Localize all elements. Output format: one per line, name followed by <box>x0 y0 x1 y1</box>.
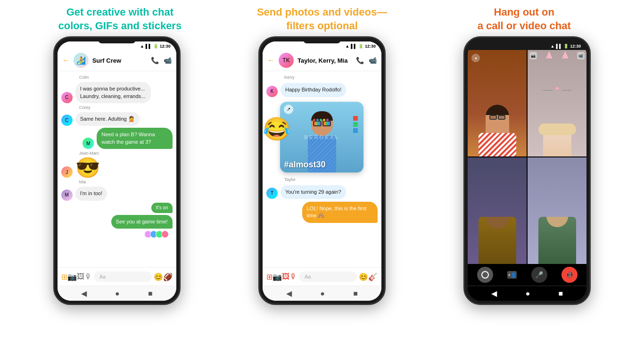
person1-head <box>486 105 509 133</box>
sender-taylor: Taylor <box>284 177 378 182</box>
video-cell-2: 📷 📹 <box>528 50 586 156</box>
grid-icon[interactable]: ⊞ <box>61 272 67 281</box>
phone2-wrapper: ▲ ▌▌ 🔋 12:30 ← TK Taylor, Kerry, Mia 📞 📹 <box>219 36 424 305</box>
sender-jm: Jean-Marc <box>79 151 173 156</box>
msg-corey: Same here. Adulting 🤦 <box>75 112 140 126</box>
phones-row: ▲ ▌▌ 🔋 12:30 ← 🏄 Surf Crew 📞 📹 <box>0 36 644 362</box>
circle-btn[interactable] <box>477 267 493 283</box>
phone2-bottom-bar: ⊞ 📷 🖼 🎙 Aa 😊 🎸 <box>263 267 381 286</box>
phone1-wrapper: ▲ ▌▌ 🔋 12:30 ← 🏄 Surf Crew 📞 📹 <box>14 36 219 305</box>
phone3-nav-bar: ◀ ● ■ <box>468 286 586 301</box>
floating-emoji: 😂 <box>263 116 291 142</box>
vc1-dot: ● <box>471 54 480 62</box>
back-nav-btn3[interactable]: ◀ <box>491 289 497 298</box>
phone1: ▲ ▌▌ 🔋 12:30 ← 🏄 Surf Crew 📞 📹 <box>53 36 181 305</box>
chat-group-avatar2: TK <box>279 53 294 68</box>
kerry-avatar: K <box>266 86 278 97</box>
emoji-icon[interactable]: 😊 <box>154 272 163 281</box>
rainbow-glasses <box>313 121 331 126</box>
header-video: Hang out on a call or video chat <box>423 6 625 33</box>
share-icon[interactable]: ↗ <box>284 105 293 114</box>
msg-plan-b: Need a plan B? Wanna watch the game at 3… <box>97 128 172 149</box>
msg-colin: I was gonna be productive... Laundry, cl… <box>75 82 151 103</box>
recents-nav-btn2[interactable]: ■ <box>353 289 358 298</box>
photo-section: 😂 <box>266 102 378 173</box>
end-call-btn[interactable]: 📵 <box>561 267 578 283</box>
emoji-icon2[interactable]: 😊 <box>359 272 368 281</box>
mic-icon2[interactable]: 🎙 <box>289 272 297 281</box>
header-chat: Get creative with chat colors, GIFs and … <box>19 6 221 33</box>
grid-icon2[interactable]: ⊞ <box>266 272 272 281</box>
wifi-icon2: ▲ <box>345 44 349 49</box>
phone1-status-icons: ▲ ▌▌ 🔋 12:30 <box>140 44 171 49</box>
phone-call-icon2[interactable]: 📞 <box>356 57 364 64</box>
home-nav-btn2[interactable]: ● <box>320 289 325 298</box>
msg-mia: I'm in too! <box>75 187 107 200</box>
home-nav-btn3[interactable]: ● <box>526 289 530 298</box>
header-video-title: Hang out on a call or video chat <box>423 6 625 33</box>
phone1-nav-bar: ◀ ● ■ <box>58 286 176 301</box>
msg-row-emoji: J 😎 <box>61 158 173 178</box>
back-button[interactable]: ← <box>62 56 70 65</box>
color-dots <box>313 119 329 121</box>
msg-its-on: It's on <box>151 203 172 213</box>
mic-icon[interactable]: 🎙 <box>84 272 92 281</box>
video-icon-vc: 📹 <box>577 52 585 59</box>
taylor-avatar: T <box>266 188 278 199</box>
header-photo-title: Send photos and videos— filters optional <box>221 6 423 33</box>
msg-taylor: You're turning 29 again? <box>281 185 346 199</box>
camera-icon2[interactable]: 📷 <box>272 272 282 281</box>
sunglasses-emoji: 😎 <box>75 158 100 178</box>
football-icon[interactable]: 🏈 <box>163 272 173 281</box>
phone2-notch <box>303 38 341 43</box>
video-call-icon[interactable]: 📹 <box>164 57 172 64</box>
photo-bg: BEROKAL #almost30 ↗ <box>280 102 363 173</box>
video-cell-3 <box>468 157 527 264</box>
video-call-icon2[interactable]: 📹 <box>369 57 377 64</box>
phone2: ▲ ▌▌ 🔋 12:30 ← TK Taylor, Kerry, Mia 📞 📹 <box>258 36 386 305</box>
phone3-screen: ▲ ▌▌ 🔋 12:30 ● <box>468 41 586 301</box>
camera-icon[interactable]: 📷 <box>67 272 77 281</box>
guitar-icon[interactable]: 🎸 <box>368 272 378 281</box>
signal-icon3: ▌▌ <box>556 44 562 49</box>
wifi-icon: ▲ <box>140 44 144 49</box>
vc1-bg: ● <box>468 50 527 156</box>
msg-row-taylor: T You're turning 29 again? <box>266 185 378 199</box>
home-nav-btn[interactable]: ● <box>115 289 120 298</box>
person-head <box>311 111 333 136</box>
recents-nav-btn3[interactable]: ■ <box>559 289 563 298</box>
video-call-controls: +👤 🎤 📵 <box>468 264 586 286</box>
msg-row-plan-b: Need a plan B? Wanna watch the game at 3… <box>61 128 173 149</box>
photo-card: BEROKAL #almost30 ↗ <box>280 102 363 173</box>
phone-call-icon[interactable]: 📞 <box>151 57 159 64</box>
phone1-screen: ▲ ▌▌ 🔋 12:30 ← 🏄 Surf Crew 📞 📹 <box>58 41 176 301</box>
image-icon2[interactable]: 🖼 <box>282 272 289 281</box>
hashtag-text: #almost30 <box>284 160 325 170</box>
sender-mia: Mia <box>79 180 173 184</box>
sender-colin: Colin <box>79 75 173 80</box>
message-input2[interactable]: Aa <box>299 272 357 282</box>
mia-avatar: M <box>61 189 73 201</box>
mute-btn[interactable]: 🎤 <box>531 267 547 283</box>
sender-kerry: Kerry <box>284 75 378 80</box>
back-nav-btn[interactable]: ◀ <box>81 289 87 298</box>
video-call-grid: ● <box>468 50 586 264</box>
back-button2[interactable]: ← <box>267 56 275 65</box>
phone1-messages: Colin C I was gonna be productive... Lau… <box>58 71 176 267</box>
signal-icon: ▌▌ <box>146 44 152 49</box>
phone3: ▲ ▌▌ 🔋 12:30 ● <box>463 36 591 305</box>
wifi-icon3: ▲ <box>551 44 555 49</box>
recents-nav-btn[interactable]: ■ <box>148 289 153 298</box>
time-label3: 12:30 <box>570 44 581 49</box>
image-icon[interactable]: 🖼 <box>77 272 84 281</box>
phone2-messages: Kerry K Happy Birthday Rodolfo! 😂 <box>263 71 381 267</box>
video-cell-4 <box>528 157 586 264</box>
time-label: 12:30 <box>160 44 171 49</box>
time-label2: 12:30 <box>365 44 376 49</box>
message-input[interactable]: Aa <box>94 272 152 282</box>
add-person-btn[interactable]: +👤 <box>507 271 517 279</box>
phone3-wrapper: ▲ ▌▌ 🔋 12:30 ● <box>425 36 630 305</box>
chat-bottom-icons: ⊞ 📷 🖼 🎙 Aa 😊 🏈 <box>60 270 173 284</box>
vc4-bg <box>528 157 586 264</box>
back-nav-btn2[interactable]: ◀ <box>286 289 292 298</box>
